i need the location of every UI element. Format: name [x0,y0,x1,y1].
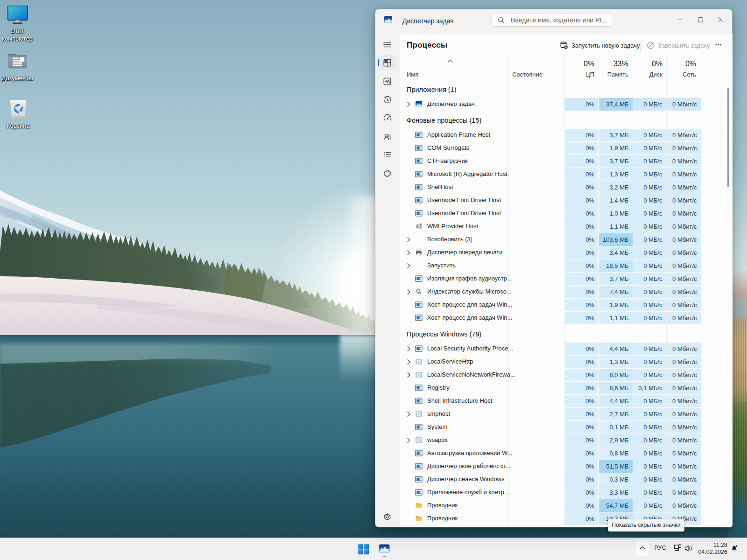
svg-text:z: z [736,544,738,547]
